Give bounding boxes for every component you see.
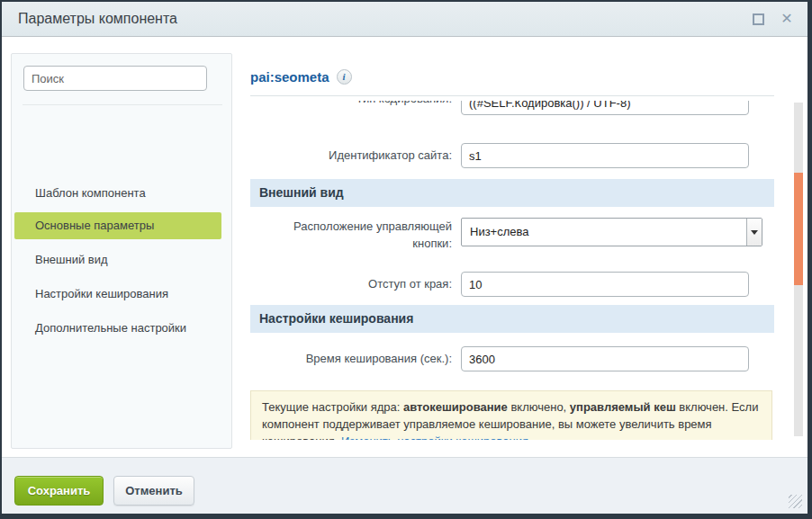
- component-parameters-dialog: Параметры компонента ✕ Шаблон компонента…: [0, 0, 812, 519]
- component-header: pai:seometa i: [250, 67, 352, 86]
- component-name: pai:seometa: [250, 69, 329, 85]
- encoding-type-label: Тип кодирования:: [250, 101, 452, 106]
- dialog-title: Параметры компонента: [18, 11, 177, 27]
- edge-offset-label: Отступ от края:: [250, 277, 452, 291]
- maximize-icon[interactable]: [753, 13, 764, 25]
- sidebar-item-main-parameters[interactable]: Основные параметры: [14, 212, 221, 239]
- section-appearance: Внешний вид: [250, 179, 774, 207]
- section-caching: Настройки кеширования: [250, 305, 774, 333]
- info-icon[interactable]: i: [337, 69, 352, 85]
- notice-text: Текущие настройки ядра:: [262, 400, 403, 414]
- sidebar-item-additional-settings[interactable]: Дополнительные настройки: [14, 315, 221, 342]
- form-scroll-area: Тип кодирования: Идентификатор сайта: Вн…: [250, 101, 776, 440]
- scrollbar-track[interactable]: [794, 103, 803, 436]
- dialog-titlebar: Параметры компонента ✕: [2, 2, 807, 37]
- cache-time-input[interactable]: [461, 346, 749, 371]
- search-input[interactable]: [23, 66, 207, 91]
- edge-offset-input[interactable]: [461, 272, 749, 297]
- button-position-selected-value: Низ+слева: [470, 219, 529, 246]
- header-divider: [250, 95, 774, 96]
- dialog-footer: Сохранить Отменить: [2, 457, 807, 514]
- close-icon[interactable]: ✕: [778, 10, 796, 28]
- sidebar-item-appearance[interactable]: Внешний вид: [14, 246, 221, 273]
- button-position-select[interactable]: Низ+слева: [461, 218, 762, 246]
- notice-text: включено,: [508, 400, 570, 414]
- scrollbar-thumb[interactable]: [794, 173, 803, 285]
- cache-time-label: Время кеширования (сек.):: [250, 352, 452, 366]
- settings-sidebar: Шаблон компонента Основные параметры Вне…: [11, 53, 232, 449]
- resize-grip[interactable]: [789, 495, 802, 508]
- site-id-input[interactable]: [461, 143, 749, 168]
- sidebar-item-component-template[interactable]: Шаблон компонента: [14, 180, 221, 207]
- cancel-button[interactable]: Отменить: [113, 476, 194, 506]
- chevron-down-icon[interactable]: [746, 219, 762, 246]
- notice-bold-managed-cache: управляемый кеш: [570, 400, 676, 414]
- button-position-label: Расположение управляющей кнопки:: [281, 218, 452, 252]
- save-button[interactable]: Сохранить: [14, 476, 104, 506]
- notice-bold-autocache: автокеширование: [403, 400, 508, 414]
- change-caching-settings-link[interactable]: Изменить настройки кеширования: [341, 434, 528, 440]
- sidebar-item-caching-settings[interactable]: Настройки кеширования: [14, 281, 221, 308]
- sidebar-divider: [23, 104, 222, 105]
- encoding-type-input[interactable]: [461, 101, 749, 115]
- caching-notice: Текущие настройки ядра: автокеширование …: [250, 390, 772, 440]
- site-id-label: Идентификатор сайта:: [250, 148, 452, 163]
